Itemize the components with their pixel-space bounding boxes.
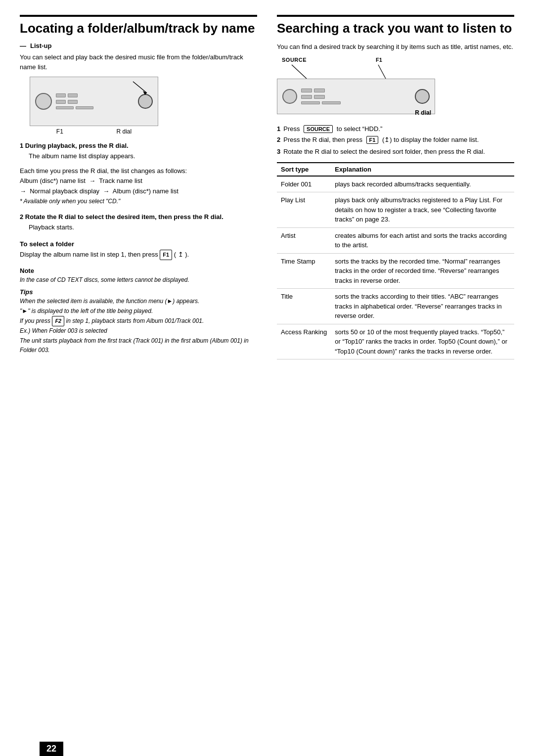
page-layout: Locating a folder/album/track by name Li… [20,15,514,359]
table-row: Play Listplays back only albums/tracks r… [277,192,514,228]
tips-text: When the selected item is available, the… [20,297,257,355]
source-label: SOURCE [282,57,307,63]
left-knob-icon [35,93,52,110]
f1-button-step2: F1 [366,136,379,144]
tips-label: Tips [20,288,257,296]
sort-type-cell: Time Stamp [277,253,331,289]
step3-right-heading: 3 Rotate the R dial to select the desire… [277,148,514,155]
subsection-label: List-up [20,42,257,49]
sort-type-cell: Artist [277,227,331,253]
page-number: 22 [40,742,63,756]
step3-right: 3 Rotate the R dial to select the desire… [277,148,514,155]
to-select-folder: To select a folder Display the album nam… [20,240,257,261]
step2-right: 2 Press the R dial, then press F1 (↥) to… [277,136,514,144]
step2-left: 2 Rotate the R dial to select the desire… [20,213,257,232]
col-sort-type: Sort type [277,163,331,176]
f2-button-ref: F2 [52,316,64,327]
right-section-title: Searching a track you want to listen to [277,15,514,36]
to-select-body: Display the album name list in step 1, t… [20,250,257,261]
table-row: Folder 001plays back recorded albums/tra… [277,176,514,192]
step1-heading-left: 1 During playback, press the R dial. [20,142,257,149]
step1-right: 1 Press SOURCE to select “HDD.” [277,125,514,133]
svg-line-0 [133,82,147,93]
r-dial-right-icon [415,89,430,104]
col-explanation: Explanation [331,163,514,176]
explanation-cell: sorts the tracks according to their titl… [331,289,514,324]
sort-type-cell: Play List [277,192,331,228]
left-section-title: Locating a folder/album/track by name [20,15,257,36]
step2-body-left: Playback starts. [29,222,257,232]
center-buttons [56,93,134,109]
step2-heading-left: 2 Rotate the R dial to select the desire… [20,213,257,221]
explanation-cell: sorts 50 or 10 of the most frequently pl… [331,324,514,359]
explanation-cell: creates albums for each artist and sorts… [331,227,514,253]
flow-text: Each time you press the R dial, the list… [20,166,257,207]
left-column: Locating a folder/album/track by name Li… [20,15,257,359]
sort-type-cell: Title [277,289,331,324]
sort-table-header: Sort type Explanation [277,163,514,176]
step1-left: 1 During playback, press the R dial. The… [20,142,257,161]
right-knob-area [138,94,153,109]
table-row: Artistcreates albums for each artist and… [277,227,514,253]
table-row: Time Stampsorts the tracks by the record… [277,253,514,289]
left-knob-right [282,89,297,104]
device-body-right [277,79,435,114]
table-row: Titlesorts the tracks according to their… [277,289,514,324]
right-column: Searching a track you want to listen to … [277,15,514,359]
table-row: Access Rankingsorts 50 or 10 of the most… [277,324,514,359]
step1-right-heading: 1 Press SOURCE to select “HDD.” [277,125,514,133]
source-button: SOURCE [304,125,333,133]
step2-right-heading: 2 Press the R dial, then press F1 (↥) to… [277,136,514,144]
f1-button-ref: F1 [160,250,172,261]
device-diagram-right: SOURCE F1 [277,57,445,116]
svg-line-3 [378,65,386,79]
svg-line-2 [292,65,307,79]
sort-type-cell: Folder 001 [277,176,331,192]
sort-table-body: Folder 001plays back recorded albums/tra… [277,176,514,359]
center-buttons-right [301,89,411,104]
explanation-cell: sorts the tracks by the recorded time. “… [331,253,514,289]
diagram-labels-left: F1 R dial [30,128,158,135]
intro-text-right: You can find a desired track by searchin… [277,42,514,52]
sort-table: Sort type Explanation Folder 001plays ba… [277,162,514,360]
explanation-cell: plays back recorded albums/tracks sequen… [331,176,514,192]
f1-label-right: F1 [376,57,382,63]
note-text: In the case of CD TEXT discs, some lette… [20,275,257,284]
arrow-diagram-left [128,79,153,96]
explanation-cell: plays back only albums/tracks registered… [331,192,514,228]
rdial-label-right: R dial [415,109,431,116]
step1-body-left: The album name list display appears. [29,151,257,161]
right-knob-right [415,89,430,104]
intro-text-left: You can select and play back the desired… [20,52,257,72]
note-label: Note [20,267,257,274]
tips-section: Tips When the selected item is available… [20,288,257,355]
note-section: Note In the case of CD TEXT discs, some … [20,267,257,284]
to-select-heading: To select a folder [20,240,257,248]
device-diagram-left [30,77,158,126]
sort-type-cell: Access Ranking [277,324,331,359]
